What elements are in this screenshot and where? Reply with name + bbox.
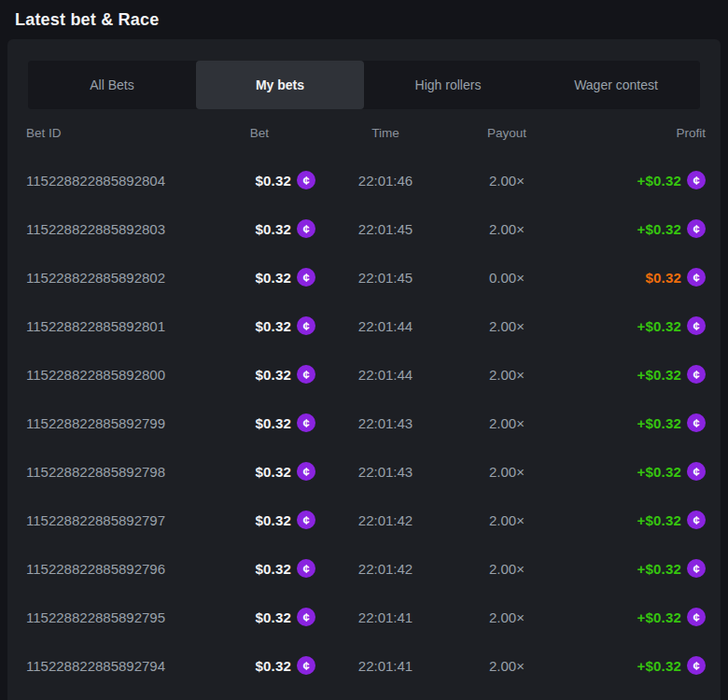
bet-amount: $0.32 xyxy=(255,318,291,334)
bet-id-cell: 115228822885892801 xyxy=(26,318,203,334)
bet-cell: $0.32 ¢ xyxy=(203,365,315,384)
coin-icon: ¢ xyxy=(687,171,706,189)
profit-amount: +$0.32 xyxy=(637,221,682,237)
coin-icon: ¢ xyxy=(687,656,706,675)
bet-amount: $0.32 xyxy=(255,221,291,237)
coin-icon: ¢ xyxy=(297,268,315,287)
bet-amount: $0.32 xyxy=(255,367,291,383)
profit-cell: +$0.32 ¢ xyxy=(558,511,706,529)
header-time: Time xyxy=(315,126,455,140)
tab-high-rollers[interactable]: High rollers xyxy=(364,61,532,109)
coin-icon: ¢ xyxy=(297,171,315,189)
bet-amount: $0.32 xyxy=(255,658,291,674)
bets-tab-bar: All Bets My bets High rollers Wager cont… xyxy=(28,61,700,109)
bet-id-cell: 115228822885892802 xyxy=(26,270,203,286)
bet-row[interactable]: 115228822885892803 $0.32 ¢ 22:01:45 2.00… xyxy=(7,204,721,253)
time-cell: 22:01:45 xyxy=(315,270,455,286)
coin-icon: ¢ xyxy=(687,559,706,578)
tab-my-bets[interactable]: My bets xyxy=(196,61,364,109)
coin-icon: ¢ xyxy=(297,413,315,432)
profit-cell: +$0.32 ¢ xyxy=(558,462,706,481)
time-cell: 22:01:43 xyxy=(315,415,455,431)
time-cell: 22:01:44 xyxy=(315,367,455,383)
coin-icon: ¢ xyxy=(297,316,315,335)
time-cell: 22:01:45 xyxy=(315,221,455,237)
bet-cell: $0.32 ¢ xyxy=(203,511,315,529)
coin-icon: ¢ xyxy=(297,511,315,529)
profit-amount: +$0.32 xyxy=(637,658,682,674)
bet-row[interactable]: 115228822885892795 $0.32 ¢ 22:01:41 2.00… xyxy=(7,593,721,641)
bet-row[interactable]: 115228822885892801 $0.32 ¢ 22:01:44 2.00… xyxy=(7,301,721,350)
profit-amount: +$0.32 xyxy=(637,415,682,431)
bet-amount: $0.32 xyxy=(255,512,291,528)
coin-icon: ¢ xyxy=(297,559,315,578)
bet-row[interactable]: 115228822885892804 $0.32 ¢ 22:01:46 2.00… xyxy=(7,156,721,204)
bet-id-cell: 115228822885892799 xyxy=(26,415,203,431)
profit-amount: +$0.32 xyxy=(637,561,682,577)
profit-amount: +$0.32 xyxy=(637,367,682,383)
header-bet-id: Bet ID xyxy=(26,126,203,140)
profit-cell: +$0.32 ¢ xyxy=(558,559,706,578)
bet-cell: $0.32 ¢ xyxy=(203,171,315,189)
coin-icon: ¢ xyxy=(297,656,315,675)
time-cell: 22:01:42 xyxy=(315,512,455,528)
tab-wager-contest[interactable]: Wager contest xyxy=(532,61,700,109)
bet-id-cell: 115228822885892795 xyxy=(26,609,203,625)
bet-row[interactable]: 115228822885892802 $0.32 ¢ 22:01:45 0.00… xyxy=(7,253,721,301)
bet-cell: $0.32 ¢ xyxy=(203,462,315,481)
bet-row[interactable]: 115228822885892799 $0.32 ¢ 22:01:43 2.00… xyxy=(7,399,721,447)
time-cell: 22:01:46 xyxy=(315,173,455,189)
bet-row[interactable]: 115228822885892794 $0.32 ¢ 22:01:41 2.00… xyxy=(7,641,721,690)
coin-icon: ¢ xyxy=(297,219,315,238)
payout-cell: 2.00× xyxy=(455,512,558,528)
payout-cell: 2.00× xyxy=(455,173,558,189)
payout-cell: 2.00× xyxy=(455,609,558,625)
bet-id-cell: 115228822885892794 xyxy=(26,658,203,674)
bet-cell: $0.32 ¢ xyxy=(203,316,315,335)
bet-row[interactable]: 115228822885892796 $0.32 ¢ 22:01:42 2.00… xyxy=(7,544,721,593)
payout-cell: 2.00× xyxy=(455,561,558,577)
header-profit: Profit xyxy=(558,126,706,140)
profit-cell: +$0.32 ¢ xyxy=(558,413,706,432)
profit-amount: $0.32 xyxy=(645,270,681,286)
table-header-row: Bet ID Bet Time Payout Profit xyxy=(7,109,721,156)
coin-icon: ¢ xyxy=(687,462,706,481)
profit-cell: $0.32 ¢ xyxy=(558,268,706,287)
bet-row[interactable]: 115228822885892797 $0.32 ¢ 22:01:42 2.00… xyxy=(7,496,721,544)
bet-amount: $0.32 xyxy=(255,561,291,577)
bet-cell: $0.32 ¢ xyxy=(203,656,315,675)
bet-amount: $0.32 xyxy=(255,609,291,625)
profit-cell: +$0.32 ¢ xyxy=(558,316,706,335)
bet-row[interactable]: 115228822885892800 $0.32 ¢ 22:01:44 2.00… xyxy=(7,350,721,399)
bet-id-cell: 115228822885892800 xyxy=(26,367,203,383)
profit-cell: +$0.32 ¢ xyxy=(558,656,706,675)
bet-amount: $0.32 xyxy=(255,415,291,431)
payout-cell: 2.00× xyxy=(455,658,558,674)
profit-amount: +$0.32 xyxy=(637,512,682,528)
bet-row[interactable]: 115228822885892798 $0.32 ¢ 22:01:43 2.00… xyxy=(7,447,721,496)
bet-amount: $0.32 xyxy=(255,173,291,189)
bet-amount: $0.32 xyxy=(255,270,291,286)
bet-id-cell: 115228822885892797 xyxy=(26,512,203,528)
payout-cell: 2.00× xyxy=(455,367,558,383)
bet-id-cell: 115228822885892796 xyxy=(26,561,203,577)
profit-amount: +$0.32 xyxy=(637,609,682,625)
profit-amount: +$0.32 xyxy=(637,464,682,480)
coin-icon: ¢ xyxy=(687,365,706,384)
header-bet: Bet xyxy=(203,126,315,140)
payout-cell: 2.00× xyxy=(455,318,558,334)
tab-all-bets[interactable]: All Bets xyxy=(28,61,196,109)
page-title: Latest bet & Race xyxy=(15,10,159,30)
bet-cell: $0.32 ¢ xyxy=(203,219,315,238)
bet-cell: $0.32 ¢ xyxy=(203,559,315,578)
payout-cell: 2.00× xyxy=(455,221,558,237)
coin-icon: ¢ xyxy=(687,511,706,529)
coin-icon: ¢ xyxy=(297,365,315,384)
payout-cell: 0.00× xyxy=(455,270,558,286)
time-cell: 22:01:43 xyxy=(315,464,455,480)
profit-cell: +$0.32 ¢ xyxy=(558,171,706,189)
payout-cell: 2.00× xyxy=(455,464,558,480)
payout-cell: 2.00× xyxy=(455,415,558,431)
coin-icon: ¢ xyxy=(687,608,706,626)
coin-icon: ¢ xyxy=(297,608,315,626)
